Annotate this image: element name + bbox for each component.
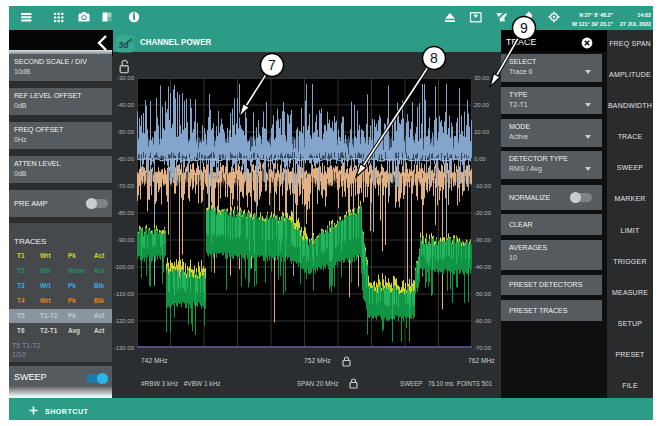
svg-text:7: 7 [268, 57, 276, 73]
svg-text:9: 9 [520, 20, 528, 36]
svg-text:8: 8 [430, 50, 438, 66]
